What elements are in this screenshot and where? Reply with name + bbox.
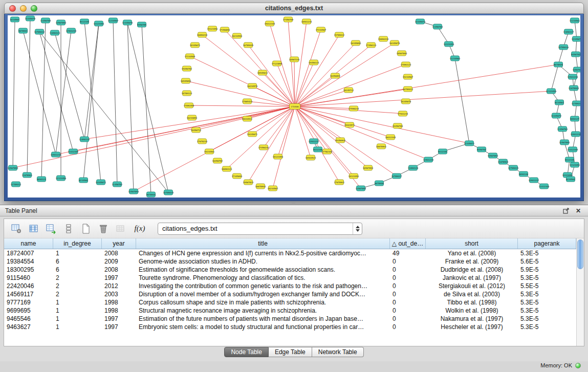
graph-node[interactable]: 11678901 <box>22 172 33 178</box>
graph-node[interactable]: 18245712 <box>343 87 354 93</box>
graph-node[interactable]: 18234567 <box>268 186 278 191</box>
graph-node[interactable]: 10345678 <box>25 16 36 21</box>
graph-node[interactable]: 10901234 <box>51 152 61 157</box>
graph-node[interactable]: 9456783 <box>571 52 580 57</box>
graph-node[interactable]: 19456123 <box>309 60 319 65</box>
graph-node[interactable]: 18567234 <box>289 57 300 62</box>
close-panel-icon[interactable]: ✕ <box>574 207 583 215</box>
graph-node[interactable]: 19234567 <box>403 74 413 79</box>
graph-node[interactable]: 17901234 <box>398 111 408 116</box>
graph-node[interactable]: 18945612 <box>257 70 268 75</box>
import-table-icon-button[interactable] <box>114 222 128 236</box>
graph-node[interactable]: 9012340 <box>438 149 447 154</box>
table-row[interactable]: 1830029562008Estimation of significance … <box>4 266 576 274</box>
graph-node[interactable]: 16890234 <box>197 32 208 37</box>
graph-node[interactable]: 12567890 <box>56 20 67 25</box>
graph-node[interactable]: 10901238 <box>571 132 580 137</box>
function-builder-icon-button[interactable]: f(x) <box>131 224 148 233</box>
delete-table-icon-button[interactable] <box>96 222 111 236</box>
column-header-title[interactable]: title <box>136 238 390 249</box>
graph-node[interactable]: 17678234 <box>197 139 208 144</box>
graph-node[interactable]: 19234561 <box>204 149 215 154</box>
splitter-handle[interactable] <box>292 202 295 204</box>
graph-node[interactable]: 18901234 <box>301 19 312 24</box>
graph-node[interactable]: 9234560 <box>79 178 88 183</box>
graph-node[interactable]: 10345671 <box>96 180 106 185</box>
graph-node[interactable]: 9678906 <box>375 181 384 186</box>
graph-node[interactable]: 12345671 <box>464 141 475 146</box>
table-scrollbar-thumb[interactable] <box>577 239 583 269</box>
graph-node[interactable]: 18890123 <box>222 166 232 171</box>
tab-edge-table[interactable]: Edge Table <box>269 347 312 357</box>
graph-node[interactable]: 17234589 <box>185 54 195 59</box>
graph-node[interactable]: 11234560 <box>450 56 461 61</box>
table-row[interactable]: 977716911998Corpus callosum shape and si… <box>4 298 576 307</box>
graph-node[interactable]: 11456782 <box>112 182 123 187</box>
tab-node-table[interactable]: Node Table <box>224 347 269 357</box>
column-header-out_degree[interactable]: △ out_de… <box>390 238 426 249</box>
graph-node[interactable]: 16345678 <box>389 40 400 46</box>
graph-node[interactable]: 19024571 <box>344 122 355 127</box>
graph-node[interactable]: 12789016 <box>572 101 580 106</box>
graph-node[interactable]: 9234562 <box>566 177 575 182</box>
column-header-in_degree[interactable]: in_degree <box>53 238 102 249</box>
graph-node[interactable]: 19789012 <box>334 32 345 37</box>
graph-node[interactable]: 11456784 <box>432 24 443 29</box>
minimize-window-button[interactable] <box>20 5 27 12</box>
graph-node[interactable]: 10789012 <box>34 29 45 34</box>
graph-node[interactable]: 16456782 <box>212 158 223 163</box>
graph-node[interactable]: 12901237 <box>309 139 319 144</box>
graph-node[interactable]: 12567893 <box>128 189 139 194</box>
float-panel-icon[interactable] <box>561 207 571 215</box>
graph-node[interactable]: 19245671 <box>247 132 258 137</box>
graph-node[interactable]: 18789123 <box>182 91 192 96</box>
graph-node[interactable]: 9678905 <box>554 62 563 67</box>
graph-node[interactable]: 11234561 <box>570 18 580 23</box>
graph-node[interactable]: 12789012 <box>11 182 21 187</box>
graph-node[interactable]: 9234561 <box>555 100 564 105</box>
graph-node[interactable]: 9012348 <box>313 147 322 152</box>
graph-node[interactable]: 18345678 <box>401 99 411 104</box>
graph-node[interactable]: 9890127 <box>570 116 579 121</box>
graph-node[interactable]: 10567894 <box>573 67 580 72</box>
graph-node[interactable]: 10123459 <box>444 41 454 47</box>
graph-node[interactable]: 18356902 <box>335 138 346 143</box>
graph-node[interactable]: 9012345 <box>80 19 89 24</box>
graph-node[interactable]: 9890126 <box>519 171 528 177</box>
network-canvas[interactable]: 1724061645689118245712175982341902457118… <box>8 15 580 198</box>
graph-node[interactable]: 10123456 <box>94 21 104 26</box>
graph-node[interactable]: 10345673 <box>415 19 426 24</box>
graph-node[interactable]: 17345690 <box>232 173 243 179</box>
graph-hub-node[interactable]: 172406 <box>290 104 300 110</box>
graph-node[interactable]: 12901239 <box>423 157 434 162</box>
rows-icon-button[interactable] <box>61 222 76 236</box>
graph-node[interactable]: 10789016 <box>558 45 569 50</box>
graph-node[interactable]: 17782345 <box>322 149 333 154</box>
graph-node[interactable]: 12345678 <box>122 20 133 25</box>
graph-node[interactable]: 10789015 <box>163 190 174 195</box>
graph-node[interactable]: 12123459 <box>546 89 557 94</box>
graph-node[interactable]: 16234890 <box>187 115 198 120</box>
graph-node[interactable]: 18123456 <box>273 154 284 159</box>
graph-node[interactable]: 19056782 <box>182 66 192 71</box>
window-titlebar[interactable]: citations_edges.txt <box>4 3 584 14</box>
graph-node[interactable]: 16567890 <box>363 165 374 170</box>
graph-node[interactable]: 16345890 <box>351 40 361 46</box>
table-scrollbar-track[interactable] <box>576 238 584 346</box>
graph-node[interactable]: 18678901 <box>376 144 387 149</box>
graph-node[interactable]: 11456783 <box>557 126 568 132</box>
table-selector-dropdown[interactable]: citations_edges.txt <box>158 223 362 235</box>
graph-node[interactable]: 16678904 <box>255 184 266 189</box>
column-header-pagerank[interactable]: pagerank <box>518 238 576 249</box>
graph-node[interactable]: 17890456 <box>184 103 194 108</box>
graph-node[interactable]: 16012345 <box>385 135 396 140</box>
graph-node[interactable]: 9234567 <box>10 17 19 22</box>
graph-node[interactable]: 9012349 <box>565 157 574 162</box>
graph-node[interactable]: 18234590 <box>232 33 243 38</box>
graph-node[interactable]: 17865423 <box>242 99 253 104</box>
graph-node[interactable]: 9678904 <box>146 192 156 197</box>
graph-node[interactable]: 19456789 <box>393 123 403 128</box>
table-edit-icon-button[interactable] <box>44 222 58 236</box>
graph-node[interactable]: 9678901 <box>18 28 28 33</box>
graph-node[interactable]: 12901234 <box>66 28 77 33</box>
